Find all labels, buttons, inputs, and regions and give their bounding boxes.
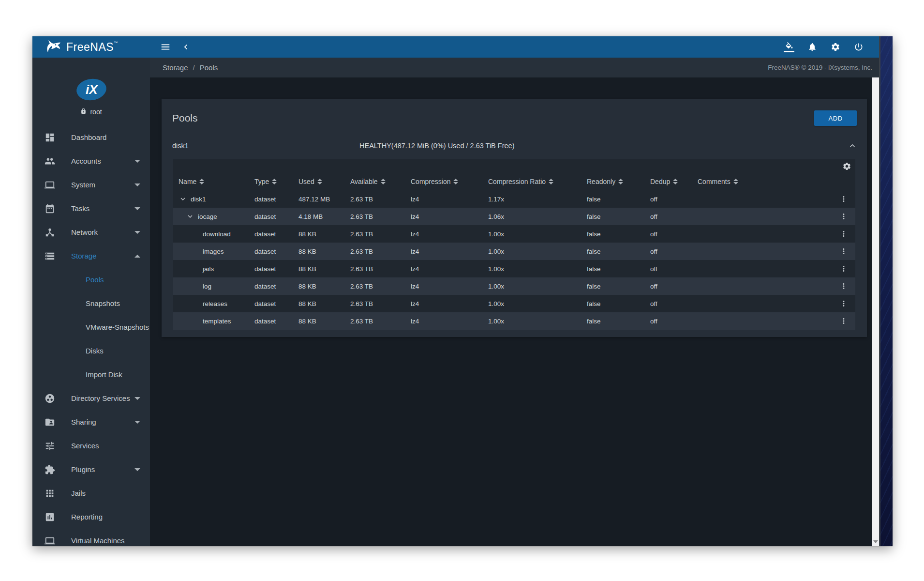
sidebar-item-reporting[interactable]: Reporting bbox=[32, 505, 150, 529]
row-actions-kebab-icon[interactable] bbox=[839, 229, 848, 238]
sidebar-item-pools[interactable]: Pools bbox=[32, 268, 150, 291]
column-header-used[interactable]: Used bbox=[298, 178, 350, 185]
breadcrumb: Storage / Pools FreeNAS® © 2019 - iXsyst… bbox=[150, 58, 879, 77]
sidebar-item-sharing[interactable]: Sharing bbox=[32, 410, 150, 434]
sidebar-item-import-disk[interactable]: Import Disk bbox=[32, 363, 150, 386]
table-row-images[interactable]: imagesdataset88 KB2.63 TBlz41.00xfalseof… bbox=[173, 243, 855, 260]
sidebar-item-system[interactable]: System bbox=[32, 173, 150, 197]
cell-readonly: false bbox=[587, 230, 650, 238]
row-actions-kebab-icon[interactable] bbox=[839, 247, 848, 256]
breadcrumb-separator: / bbox=[193, 63, 195, 72]
cell-dedup: off bbox=[650, 300, 698, 307]
chevron-down-icon bbox=[134, 207, 140, 210]
row-actions-kebab-icon[interactable] bbox=[839, 195, 848, 203]
sort-icon bbox=[381, 179, 386, 184]
brand-name: FreeNAS™ bbox=[66, 41, 118, 54]
laptop-icon bbox=[45, 179, 56, 191]
sidebar-item-label: System bbox=[71, 181, 134, 189]
sidebar-item-services[interactable]: Services bbox=[32, 434, 150, 458]
table-row-releases[interactable]: releasesdataset88 KB2.63 TBlz41.00xfalse… bbox=[173, 295, 855, 312]
row-actions-kebab-icon[interactable] bbox=[839, 212, 848, 221]
cell-used: 88 KB bbox=[298, 265, 350, 273]
freenas-app-window: FreeNAS™ bbox=[32, 36, 893, 546]
table-row-download[interactable]: downloaddataset88 KB2.63 TBlz41.00xfalse… bbox=[173, 225, 855, 243]
column-header-available[interactable]: Available bbox=[350, 178, 411, 185]
bar-chart-icon bbox=[45, 511, 56, 523]
app-frame: FreeNAS™ bbox=[32, 36, 880, 546]
dataset-name: jails bbox=[203, 265, 214, 273]
pool-name: disk1 bbox=[172, 142, 359, 150]
add-pool-button[interactable]: ADD bbox=[814, 110, 857, 126]
table-row-jails[interactable]: jailsdataset88 KB2.63 TBlz41.00xfalseoff bbox=[173, 260, 855, 277]
dataset-name: templates bbox=[203, 318, 231, 325]
chevron-down-icon bbox=[134, 468, 140, 471]
sidebar-item-vmware-snapshots[interactable]: VMware-Snapshots bbox=[32, 315, 150, 339]
breadcrumb-storage[interactable]: Storage bbox=[163, 63, 188, 72]
cell-available: 2.63 TB bbox=[350, 196, 411, 203]
column-header-comments[interactable]: Comments bbox=[698, 178, 832, 185]
cell-dedup: off bbox=[650, 196, 698, 203]
cell-readonly: false bbox=[587, 283, 650, 290]
scrollbar[interactable] bbox=[872, 77, 879, 546]
cell-used: 88 KB bbox=[298, 230, 350, 238]
cell-available: 2.63 TB bbox=[350, 283, 411, 290]
sidebar-item-label: Directory Services bbox=[71, 394, 134, 402]
column-header-compression-ratio[interactable]: Compression Ratio bbox=[488, 178, 587, 185]
column-header-name[interactable]: Name bbox=[179, 178, 204, 185]
row-actions-kebab-icon[interactable] bbox=[839, 282, 848, 290]
column-header-readonly[interactable]: Readonly bbox=[587, 178, 650, 185]
sidebar-item-disks[interactable]: Disks bbox=[32, 339, 150, 363]
cell-dedup: off bbox=[650, 318, 698, 325]
cell-compression: lz4 bbox=[411, 230, 488, 238]
chevron-down-icon bbox=[134, 183, 140, 186]
table-settings-gear-icon[interactable] bbox=[842, 162, 851, 171]
sort-icon bbox=[317, 179, 322, 184]
sidebar-item-accounts[interactable]: Accounts bbox=[32, 149, 150, 173]
sidebar-item-virtual-machines[interactable]: Virtual Machines bbox=[32, 529, 150, 546]
cell-type: dataset bbox=[254, 230, 298, 238]
row-actions-kebab-icon[interactable] bbox=[839, 264, 848, 273]
table-row-templates[interactable]: templatesdataset88 KB2.63 TBlz41.00xfals… bbox=[173, 312, 855, 330]
puzzle-icon bbox=[45, 464, 56, 475]
collapse-pool-icon[interactable] bbox=[848, 141, 857, 151]
sidebar-item-label: Jails bbox=[71, 489, 140, 497]
sidebar-item-plugins[interactable]: Plugins bbox=[32, 458, 150, 481]
cell-available: 2.63 TB bbox=[350, 213, 411, 220]
theme-bucket-icon[interactable] bbox=[777, 37, 801, 57]
expand-row-icon[interactable] bbox=[186, 212, 194, 221]
people-icon bbox=[45, 155, 56, 167]
sidebar: iX root DashboardAccountsSystemTasksNetw… bbox=[32, 58, 150, 546]
table-toolbar bbox=[173, 159, 855, 173]
cell-compression-ratio: 1.17x bbox=[488, 196, 587, 203]
sidebar-item-network[interactable]: Network bbox=[32, 220, 150, 244]
cell-compression-ratio: 1.06x bbox=[488, 213, 587, 220]
column-header-compression[interactable]: Compression bbox=[411, 178, 488, 185]
sidebar-item-dashboard[interactable]: Dashboard bbox=[32, 125, 150, 149]
pool-summary-row[interactable]: disk1 HEALTHY(487.12 MiB (0%) Used / 2.6… bbox=[162, 137, 867, 154]
cell-dedup: off bbox=[650, 283, 698, 290]
scrollbar-down-arrow[interactable] bbox=[872, 538, 879, 545]
expand-row-icon[interactable] bbox=[179, 195, 187, 203]
sidebar-item-tasks[interactable]: Tasks bbox=[32, 197, 150, 220]
row-actions-kebab-icon[interactable] bbox=[839, 317, 848, 325]
table-row-disk1[interactable]: disk1dataset487.12 MB2.63 TBlz41.17xfals… bbox=[173, 190, 855, 208]
power-icon[interactable] bbox=[847, 37, 870, 57]
settings-icon[interactable] bbox=[824, 37, 847, 57]
sidebar-item-directory-services[interactable]: Directory Services bbox=[32, 386, 150, 410]
menu-icon[interactable] bbox=[156, 37, 175, 57]
table-row-log[interactable]: logdataset88 KB2.63 TBlz41.00xfalseoff bbox=[173, 277, 855, 295]
column-header-type[interactable]: Type bbox=[254, 178, 298, 185]
notifications-icon[interactable] bbox=[801, 37, 824, 57]
computer-icon bbox=[45, 535, 56, 547]
back-icon[interactable] bbox=[176, 37, 195, 57]
chevron-up-icon bbox=[134, 255, 140, 258]
freenas-shark-logo-icon bbox=[45, 40, 62, 54]
sidebar-item-storage[interactable]: Storage bbox=[32, 244, 150, 268]
breadcrumb-pools[interactable]: Pools bbox=[200, 63, 218, 72]
column-header-dedup[interactable]: Dedup bbox=[650, 178, 698, 185]
sidebar-item-snapshots[interactable]: Snapshots bbox=[32, 291, 150, 315]
table-row-iocage[interactable]: iocagedataset4.18 MB2.63 TBlz41.06xfalse… bbox=[173, 208, 855, 225]
sort-icon bbox=[272, 179, 277, 184]
sidebar-item-jails[interactable]: Jails bbox=[32, 481, 150, 505]
row-actions-kebab-icon[interactable] bbox=[839, 299, 848, 308]
